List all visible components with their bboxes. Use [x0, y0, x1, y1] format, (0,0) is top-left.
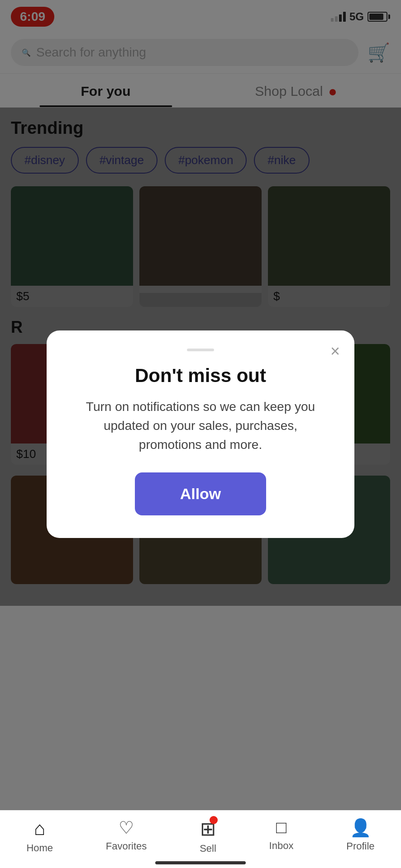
home-indicator [155, 861, 246, 864]
modal-close-button[interactable]: × [330, 343, 340, 359]
nav-item-sell[interactable]: ⊞ Sell [200, 818, 216, 854]
profile-label: Profile [346, 840, 374, 852]
nav-item-inbox[interactable]: □ Inbox [269, 818, 294, 854]
modal-handle [187, 349, 214, 351]
nav-item-home[interactable]: ⌂ Home [26, 818, 53, 854]
overlay: × Don't miss out Turn on notifications s… [0, 0, 401, 868]
sell-label: Sell [200, 843, 216, 854]
inbox-label: Inbox [269, 840, 294, 852]
modal-body: Turn on notifications so we can keep you… [69, 397, 332, 454]
favorites-label: Favorites [106, 840, 147, 852]
inbox-icon: □ [276, 818, 286, 837]
nav-item-favorites[interactable]: ♡ Favorites [106, 818, 147, 854]
sell-icon-wrap: ⊞ [200, 818, 216, 840]
notification-modal: × Don't miss out Turn on notifications s… [47, 330, 354, 538]
allow-button[interactable]: Allow [135, 472, 267, 515]
favorites-icon: ♡ [119, 818, 134, 838]
nav-item-profile[interactable]: 👤 Profile [346, 818, 374, 854]
home-label: Home [26, 842, 53, 854]
sell-badge [210, 816, 218, 824]
modal-title: Don't miss out [69, 365, 332, 387]
home-icon: ⌂ [34, 818, 45, 840]
profile-icon: 👤 [350, 818, 371, 838]
bottom-nav: ⌂ Home ♡ Favorites ⊞ Sell □ Inbox 👤 Prof… [0, 810, 401, 868]
